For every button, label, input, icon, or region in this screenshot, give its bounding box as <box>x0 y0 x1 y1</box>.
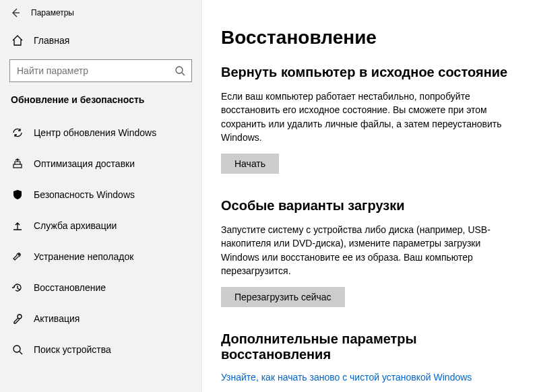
home-icon <box>11 34 24 46</box>
sidebar-item-find-my-device[interactable]: Поиск устройства <box>0 334 201 365</box>
search-icon <box>168 65 191 76</box>
svg-line-6 <box>20 352 22 354</box>
sidebar-item-windows-update[interactable]: Центр обновления Windows <box>0 117 201 148</box>
back-button[interactable] <box>4 1 27 24</box>
page-title: Восстановление <box>221 27 526 48</box>
sidebar-item-troubleshoot[interactable]: Устранение неполадок <box>0 241 201 272</box>
sidebar-item-label: Поиск устройства <box>34 344 111 355</box>
section-advanced-startup: Особые варианты загрузки Запустите систе… <box>221 198 526 307</box>
svg-line-2 <box>182 73 185 75</box>
section-body: Если ваш компьютер работает нестабильно,… <box>221 90 517 144</box>
sync-icon <box>11 127 24 139</box>
sidebar-item-label: Оптимизация доставки <box>34 158 135 169</box>
sidebar-item-activation[interactable]: Активация <box>0 303 201 334</box>
svg-rect-3 <box>13 164 22 168</box>
svg-point-1 <box>176 67 183 73</box>
sidebar-item-label: Центр обновления Windows <box>34 127 156 138</box>
sidebar-item-label: Восстановление <box>34 282 106 293</box>
sidebar-item-label: Служба архивации <box>34 220 117 231</box>
reset-start-button[interactable]: Начать <box>221 154 279 174</box>
delivery-icon <box>11 158 24 170</box>
section-heading: Дополнительные параметры восстановления <box>221 331 526 362</box>
backup-icon <box>11 220 24 232</box>
troubleshoot-icon <box>11 251 24 263</box>
search-input[interactable] <box>10 65 168 76</box>
sidebar-item-label: Устранение неполадок <box>34 251 133 262</box>
section-heading: Вернуть компьютер в исходное состояние <box>221 65 526 80</box>
section-more-recovery-options: Дополнительные параметры восстановления … <box>221 331 526 383</box>
sidebar-nav: Центр обновления Windows Оптимизация дос… <box>0 117 201 365</box>
titlebar: Параметры <box>0 0 201 26</box>
home-label: Главная <box>34 35 69 46</box>
sidebar-item-home[interactable]: Главная <box>0 26 201 55</box>
sidebar-item-recovery[interactable]: Восстановление <box>0 272 201 303</box>
sidebar-item-label: Активация <box>34 313 80 324</box>
section-body: Запустите систему с устройства либо диск… <box>221 223 517 277</box>
section-heading: Особые варианты загрузки <box>221 198 526 214</box>
window-title: Параметры <box>31 8 74 18</box>
recovery-icon <box>11 282 24 294</box>
svg-point-5 <box>13 346 20 352</box>
content-pane: Восстановление Вернуть компьютер в исход… <box>202 0 539 392</box>
sidebar: Параметры Главная Обновление и безопасно… <box>0 0 202 392</box>
shield-icon <box>11 189 24 201</box>
sidebar-item-delivery-optimization[interactable]: Оптимизация доставки <box>0 148 201 179</box>
sidebar-item-windows-security[interactable]: Безопасность Windows <box>0 179 201 210</box>
sidebar-item-label: Безопасность Windows <box>34 189 135 200</box>
section-reset-pc: Вернуть компьютер в исходное состояние Е… <box>221 65 526 174</box>
sidebar-group-header: Обновление и безопасность <box>0 92 201 117</box>
sidebar-item-backup[interactable]: Служба архивации <box>0 210 201 241</box>
search-box[interactable] <box>9 59 192 82</box>
arrow-left-icon <box>10 7 21 18</box>
fresh-start-link[interactable]: Узнайте, как начать заново с чистой уста… <box>221 372 526 383</box>
activation-icon <box>11 313 24 325</box>
findmydevice-icon <box>11 344 24 356</box>
restart-now-button[interactable]: Перезагрузить сейчас <box>221 287 345 307</box>
